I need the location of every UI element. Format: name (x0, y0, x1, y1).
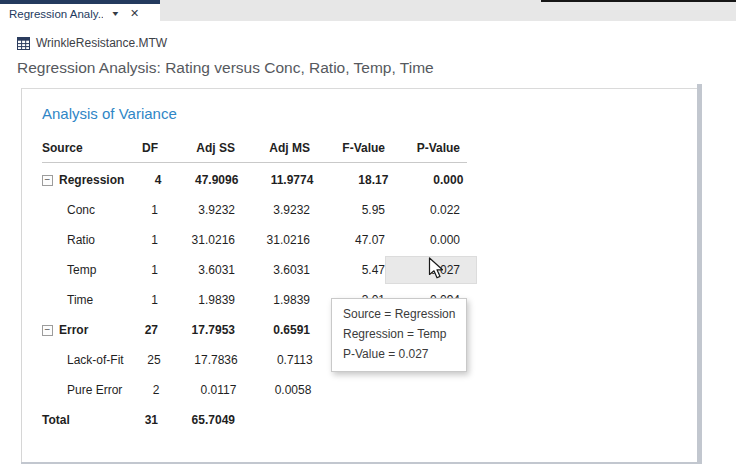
vertical-scrollbar[interactable] (697, 84, 702, 462)
source-label: Regression (59, 173, 124, 187)
cell-source[interactable]: Lack-of-Fit (41, 353, 124, 367)
tab-regression-analysis[interactable]: Regression Analy... ▼ ✕ (0, 0, 160, 25)
hover-tooltip: Source = Regression Regression = Temp P-… (331, 298, 467, 372)
cell-f[interactable]: 18.17 (313, 173, 388, 187)
cell-adj-ms[interactable]: 1.9839 (235, 293, 310, 307)
cell-df[interactable]: 31 (121, 413, 158, 427)
collapse-minus-icon[interactable]: − (42, 175, 53, 186)
source-label: Error (59, 323, 88, 337)
cell-df[interactable]: 27 (121, 323, 158, 337)
source-label: Ratio (67, 233, 95, 247)
table-row-ratio[interactable]: Ratio131.021631.021647.070.000 (41, 225, 477, 255)
tooltip-line-term: Regression = Temp (343, 324, 455, 344)
source-label: Conc (67, 203, 95, 217)
cell-p[interactable]: 0.000 (385, 233, 477, 247)
cell-adj-ms[interactable]: 0.0058 (236, 383, 311, 397)
header-divider (42, 162, 467, 163)
cell-source[interactable]: Conc (41, 203, 121, 217)
cell-f[interactable]: 5.47 (310, 263, 385, 277)
chevron-down-icon[interactable]: ▼ (111, 10, 121, 17)
column-header-source: Source (41, 141, 121, 155)
source-label: Time (67, 293, 93, 307)
anova-heading: Analysis of Variance (42, 105, 177, 122)
cell-adj-ms[interactable]: 11.9774 (238, 173, 313, 187)
cell-p[interactable]: 0.022 (385, 203, 477, 217)
worksheet-name: WrinkleResistance.MTW (36, 36, 167, 50)
cell-df[interactable]: 1 (121, 203, 158, 217)
cell-adj-ms[interactable]: 3.6031 (235, 263, 310, 277)
cell-source[interactable]: Total (41, 413, 121, 427)
mouse-cursor-icon (428, 257, 445, 285)
cell-source[interactable]: −Regression (41, 173, 124, 187)
close-icon[interactable]: ✕ (130, 7, 139, 20)
column-header-adjss: Adj SS (158, 141, 235, 155)
worksheet-row[interactable]: WrinkleResistance.MTW (17, 36, 167, 50)
column-header-adjms: Adj MS (235, 141, 310, 155)
cell-source[interactable]: Temp (41, 263, 121, 277)
cell-df[interactable]: 2 (122, 383, 159, 397)
table-row-conc[interactable]: Conc13.92323.92325.950.022 (41, 195, 477, 225)
cell-source[interactable]: −Error (41, 323, 121, 337)
table-header-row: Source DF Adj SS Adj MS F-Value P-Value (41, 133, 477, 163)
page-title: Regression Analysis: Rating versus Conc,… (17, 59, 434, 77)
cell-adj-ms[interactable]: 3.9232 (235, 203, 310, 217)
tab-title: Regression Analy... (9, 8, 103, 20)
cell-p[interactable]: 0.000 (388, 173, 480, 187)
cell-df[interactable]: 4 (124, 173, 161, 187)
cell-adj-ms[interactable]: 31.0216 (235, 233, 310, 247)
column-header-pvalue: P-Value (385, 141, 477, 155)
table-row-regression[interactable]: −Regression447.909611.977418.170.000 (41, 165, 477, 195)
cell-adj-ss[interactable]: 47.9096 (161, 173, 238, 187)
cell-source[interactable]: Pure Error (41, 383, 122, 397)
pane-bottom-border (21, 462, 702, 464)
cell-source[interactable]: Time (41, 293, 121, 307)
cell-adj-ms[interactable]: 0.6591 (235, 323, 310, 337)
cell-adj-ss[interactable]: 17.7953 (158, 323, 235, 337)
cell-df[interactable]: 1 (121, 233, 158, 247)
table-row-pure-error[interactable]: Pure Error20.01170.0058 (41, 375, 477, 405)
cell-df[interactable]: 1 (121, 293, 158, 307)
source-label: Temp (67, 263, 96, 277)
cell-adj-ss[interactable]: 65.7049 (158, 413, 235, 427)
cell-adj-ss[interactable]: 17.7836 (161, 353, 238, 367)
worksheet-grid-icon (17, 37, 30, 50)
source-label: Total (42, 413, 70, 427)
cell-adj-ss[interactable]: 0.0117 (159, 383, 236, 397)
cell-adj-ss[interactable]: 3.6031 (158, 263, 235, 277)
cell-adj-ss[interactable]: 31.0216 (158, 233, 235, 247)
tooltip-line-pvalue: P-Value = 0.027 (343, 344, 455, 364)
cell-f[interactable]: 5.95 (310, 203, 385, 217)
source-label: Lack-of-Fit (67, 353, 124, 367)
window-edge-bar (541, 0, 736, 2)
cell-df[interactable]: 25 (124, 353, 161, 367)
source-label: Pure Error (67, 383, 122, 397)
cell-adj-ms[interactable]: 0.7113 (238, 353, 313, 367)
cell-adj-ss[interactable]: 3.9232 (158, 203, 235, 217)
table-row-total[interactable]: Total3165.7049 (41, 405, 477, 435)
cell-df[interactable]: 1 (121, 263, 158, 277)
cell-source[interactable]: Ratio (41, 233, 121, 247)
collapse-minus-icon[interactable]: − (42, 325, 53, 336)
column-header-df: DF (121, 141, 158, 155)
column-header-fvalue: F-Value (310, 141, 385, 155)
table-row-temp[interactable]: Temp13.60313.60315.470.027 (41, 255, 477, 285)
tooltip-line-source: Source = Regression (343, 304, 455, 324)
cell-f[interactable]: 47.07 (310, 233, 385, 247)
cell-adj-ss[interactable]: 1.9839 (158, 293, 235, 307)
